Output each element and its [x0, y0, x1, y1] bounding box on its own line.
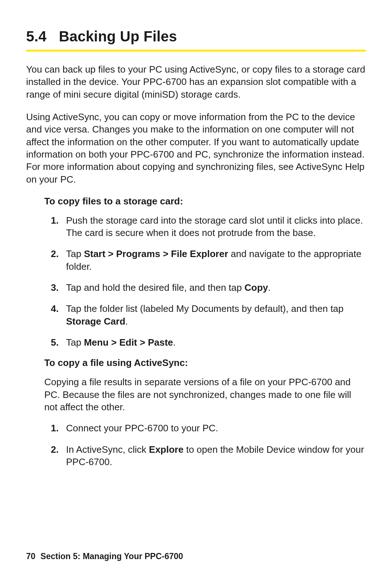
document-page: 5.4 Backing Up Files You can back up fil… — [0, 0, 392, 586]
page-number: 70 — [26, 552, 36, 561]
step-number: 5. — [51, 336, 59, 349]
step-text-pre: Tap — [66, 248, 84, 259]
intro-paragraph-2: Using ActiveSync, you can copy or move i… — [26, 111, 366, 186]
subsection-storage-card: To copy files to a storage card: 1. Push… — [26, 196, 366, 349]
section-heading: 5.4 Backing Up Files — [26, 28, 366, 45]
step-text-post: . — [268, 282, 270, 293]
subsection-title: To copy a file using ActiveSync: — [44, 357, 366, 369]
step-text-post: Push the storage card into the storage c… — [66, 215, 363, 238]
step-item: 2. In ActiveSync, click Explore to open … — [66, 443, 366, 468]
step-text-bold: Explore — [149, 444, 183, 455]
step-text-pre: In ActiveSync, click — [66, 444, 149, 455]
step-number: 2. — [51, 443, 59, 456]
step-number: 1. — [51, 214, 59, 227]
steps-list-storage: 1. Push the storage card into the storag… — [44, 214, 366, 349]
step-number: 4. — [51, 302, 59, 315]
step-item: 5. Tap Menu > Edit > Paste. — [66, 336, 366, 349]
step-item: 2. Tap Start > Programs > File Explorer … — [66, 248, 366, 273]
page-footer: 70Section 5: Managing Your PPC-6700 — [26, 552, 183, 561]
footer-section-label: Section 5: Managing Your PPC-6700 — [41, 552, 183, 561]
section-title-text: Backing Up Files — [59, 28, 177, 44]
subsection-title: To copy files to a storage card: — [44, 196, 366, 207]
step-item: 1. Push the storage card into the storag… — [66, 214, 366, 239]
step-item: 3. Tap and hold the desired file, and th… — [66, 281, 366, 294]
step-text-pre: Tap the folder list (labeled My Document… — [66, 303, 344, 314]
step-text-pre: Tap — [66, 337, 84, 348]
step-text-bold: Start > Programs > File Explorer — [84, 248, 228, 259]
step-text-post: . — [125, 316, 128, 327]
step-text-post: . — [173, 337, 176, 348]
steps-list-activesync: 1. Connect your PPC-6700 to your PC. 2. … — [44, 422, 366, 468]
step-text-bold: Copy — [244, 282, 268, 293]
step-item: 1. Connect your PPC-6700 to your PC. — [66, 422, 366, 434]
subsection-activesync: To copy a file using ActiveSync: Copying… — [26, 357, 366, 468]
step-item: 4. Tap the folder list (labeled My Docum… — [66, 302, 366, 327]
step-text-bold: Menu > Edit > Paste — [84, 337, 173, 348]
step-text-post: Connect your PPC-6700 to your PC. — [66, 423, 218, 434]
step-number: 3. — [51, 281, 59, 294]
heading-underline — [26, 50, 366, 52]
section-number: 5.4 — [26, 28, 46, 44]
step-text-pre: Tap and hold the desired file, and then … — [66, 282, 244, 293]
subsection-body: Copying a file results in separate versi… — [44, 376, 366, 413]
step-number: 1. — [51, 422, 59, 434]
step-number: 2. — [51, 248, 59, 260]
intro-paragraph-1: You can back up files to your PC using A… — [26, 63, 366, 101]
step-text-bold: Storage Card — [66, 316, 125, 327]
